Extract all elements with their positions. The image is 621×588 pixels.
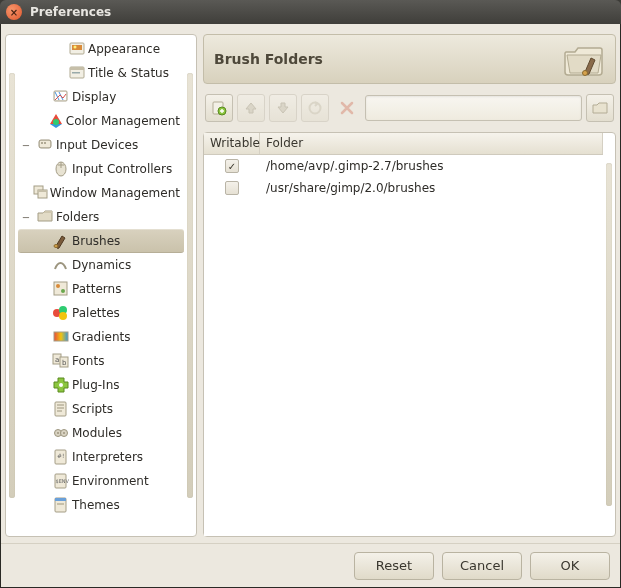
svg-rect-5 — [72, 72, 80, 74]
svg-point-18 — [56, 284, 60, 288]
writable-checkbox[interactable]: ✓ — [225, 159, 239, 173]
svg-point-33 — [63, 432, 65, 434]
sidebar-item-dynamics[interactable]: Dynamics — [18, 253, 184, 277]
svg-point-2 — [74, 46, 77, 49]
dynamics-icon — [50, 256, 72, 274]
table-scroll[interactable] — [603, 133, 615, 536]
sidebar-item-label: Patterns — [72, 282, 121, 296]
palettes-icon — [50, 304, 72, 322]
svg-point-10 — [41, 142, 43, 144]
appearance-icon — [66, 40, 88, 58]
interp-icon: #! — [50, 448, 72, 466]
svg-point-16 — [54, 245, 58, 248]
sidebar-scroll-left[interactable] — [6, 35, 18, 536]
sidebar-item-label: Appearance — [88, 42, 160, 56]
inputdev-icon — [34, 136, 56, 154]
colormgmt-icon — [46, 112, 65, 130]
sidebar-item-label: Fonts — [72, 354, 104, 368]
sidebar-item-label: Gradients — [72, 330, 130, 344]
winmgmt-icon — [31, 184, 49, 202]
modules-icon — [50, 424, 72, 442]
svg-text:b: b — [62, 359, 67, 367]
svg-point-22 — [59, 312, 67, 320]
sidebar-item-scripts[interactable]: Scripts — [18, 397, 184, 421]
controllers-icon — [50, 160, 72, 178]
titlestatus-icon — [66, 64, 88, 82]
dialog-footer: Reset Cancel OK — [1, 543, 620, 587]
collapse-icon[interactable]: − — [18, 212, 34, 223]
themes-icon — [50, 496, 72, 514]
sidebar-frame: AppearanceTitle & StatusDisplayColor Man… — [5, 34, 197, 537]
folders-icon — [34, 208, 56, 226]
sidebar-item-label: Title & Status — [88, 66, 169, 80]
close-icon: × — [10, 7, 18, 18]
sidebar-item-patterns[interactable]: Patterns — [18, 277, 184, 301]
svg-rect-23 — [54, 332, 68, 341]
cancel-button[interactable]: Cancel — [442, 552, 522, 580]
table-header: Writable Folder — [204, 133, 603, 155]
new-folder-button[interactable] — [205, 94, 233, 122]
sidebar-item-environment[interactable]: $ENVEnvironment — [18, 469, 184, 493]
svg-point-11 — [44, 142, 46, 144]
ok-button[interactable]: OK — [530, 552, 610, 580]
sidebar-item-label: Environment — [72, 474, 149, 488]
svg-point-44 — [310, 103, 321, 114]
panel-header: Brush Folders — [203, 34, 616, 84]
sidebar-item-label: Scripts — [72, 402, 113, 416]
gradients-icon — [50, 328, 72, 346]
sidebar-item-folders[interactable]: −Folders — [18, 205, 184, 229]
sidebar-item-color-management[interactable]: Color Management — [18, 109, 184, 133]
sidebar-item-plug-ins[interactable]: Plug-Ins — [18, 373, 184, 397]
writable-checkbox[interactable]: ✓ — [225, 181, 239, 195]
table-row[interactable]: ✓/home/avp/.gimp-2.7/brushes — [204, 155, 603, 177]
patterns-icon — [50, 280, 72, 298]
reset-button[interactable]: Reset — [354, 552, 434, 580]
sidebar-item-label: Folders — [56, 210, 99, 224]
svg-rect-39 — [55, 498, 66, 501]
display-icon — [50, 88, 72, 106]
sidebar-scroll-right[interactable] — [184, 35, 196, 536]
svg-point-19 — [61, 289, 65, 293]
move-up-button[interactable] — [237, 94, 265, 122]
sidebar-item-input-devices[interactable]: −Input Devices — [18, 133, 184, 157]
sidebar-item-fonts[interactable]: abFonts — [18, 349, 184, 373]
collapse-icon[interactable]: − — [18, 140, 34, 151]
sidebar-item-themes[interactable]: Themes — [18, 493, 184, 517]
content-area: AppearanceTitle & StatusDisplayColor Man… — [1, 24, 620, 543]
sidebar-item-display[interactable]: Display — [18, 85, 184, 109]
sidebar-item-label: Plug-Ins — [72, 378, 120, 392]
move-down-button[interactable] — [269, 94, 297, 122]
col-writable[interactable]: Writable — [204, 133, 260, 154]
sidebar-item-input-controllers[interactable]: Input Controllers — [18, 157, 184, 181]
svg-text:a: a — [55, 356, 59, 364]
remove-button[interactable] — [333, 94, 361, 122]
sidebar-item-modules[interactable]: Modules — [18, 421, 184, 445]
svg-rect-29 — [55, 402, 66, 416]
plugins-icon — [50, 376, 72, 394]
svg-text:#!: #! — [57, 452, 64, 459]
folder-table: Writable Folder ✓/home/avp/.gimp-2.7/bru… — [204, 133, 603, 536]
sidebar-item-label: Palettes — [72, 306, 120, 320]
sidebar-item-palettes[interactable]: Palettes — [18, 301, 184, 325]
sidebar-item-title-status[interactable]: Title & Status — [18, 61, 184, 85]
svg-rect-40 — [57, 503, 64, 505]
col-folder[interactable]: Folder — [260, 133, 603, 154]
svg-point-32 — [57, 432, 59, 434]
sidebar-item-gradients[interactable]: Gradients — [18, 325, 184, 349]
svg-rect-1 — [72, 45, 82, 50]
sidebar-item-window-management[interactable]: Window Management — [18, 181, 184, 205]
close-button[interactable]: × — [6, 4, 22, 20]
sidebar-item-appearance[interactable]: Appearance — [18, 37, 184, 61]
panel-title: Brush Folders — [214, 51, 563, 67]
sidebar-tree[interactable]: AppearanceTitle & StatusDisplayColor Man… — [18, 35, 184, 536]
sidebar-item-brushes[interactable]: Brushes — [18, 229, 184, 253]
path-input[interactable] — [365, 95, 582, 121]
table-body[interactable]: ✓/home/avp/.gimp-2.7/brushes✓/usr/share/… — [204, 155, 603, 536]
table-row[interactable]: ✓/usr/share/gimp/2.0/brushes — [204, 177, 603, 199]
sidebar-item-label: Modules — [72, 426, 122, 440]
svg-text:$ENV: $ENV — [56, 478, 70, 484]
refresh-button[interactable] — [301, 94, 329, 122]
browse-button[interactable] — [586, 94, 614, 122]
sidebar-item-label: Interpreters — [72, 450, 143, 464]
sidebar-item-interpreters[interactable]: #!Interpreters — [18, 445, 184, 469]
